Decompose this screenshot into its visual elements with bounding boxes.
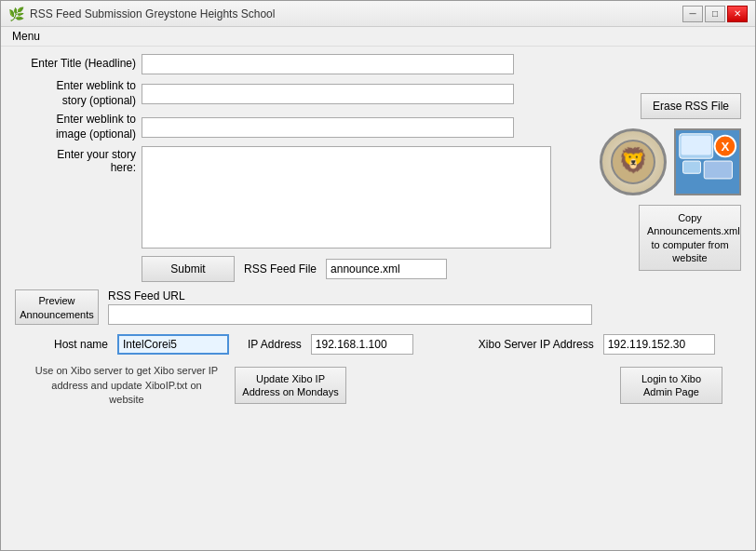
svg-rect-5 [683,161,701,173]
use-description-text: Use on Xibo server to get Xibo server IP… [34,364,220,407]
story-textarea[interactable] [142,146,551,249]
preview-announcements-button[interactable]: PreviewAnnouncements [15,289,99,325]
weblink-story-row: Enter weblink tostory (optional) [15,79,592,108]
story-row: Enter your storyhere: [15,146,592,249]
title-buttons: ─ □ ✕ [682,6,748,22]
weblink-image-input[interactable] [142,117,514,138]
menu-bar: Menu [1,27,755,47]
svg-text:X: X [721,140,729,154]
main-content: Erase RSS File 🦁 [1,47,755,550]
title-bar: 🌿 RSS Feed Submission Greystone Heights … [1,1,755,27]
rss-feed-url-input[interactable] [108,304,592,325]
app-icon: 🌿 [8,7,24,21]
title-label: Enter Title (Headline) [15,57,136,72]
xibo-ip-label: Xibo Server IP Address [479,338,594,351]
title-bar-left: 🌿 RSS Feed Submission Greystone Heights … [8,7,275,21]
minimize-button[interactable]: ─ [682,6,703,22]
svg-rect-6 [704,161,732,179]
weblink-story-input[interactable] [142,84,514,104]
menu-item-menu[interactable]: Menu [8,28,44,45]
title-input[interactable] [142,54,514,74]
svg-text:🦁: 🦁 [618,145,649,175]
griffon-svg: 🦁 [610,139,656,185]
xibo-svg: X [676,128,739,195]
rss-feed-file-input[interactable] [326,259,447,279]
xibo-logo: X [674,128,741,195]
weblink-image-label: Enter weblink toimage (optional) [15,113,136,141]
update-xibo-button[interactable]: Update Xibo IPAddress on Mondays [235,367,346,404]
story-label: Enter your storyhere: [15,146,136,174]
login-xibo-button[interactable]: Login to XiboAdmin Page [620,367,722,404]
weblink-image-row: Enter weblink toimage (optional) [15,113,592,141]
close-button[interactable]: ✕ [727,6,748,22]
right-panel: Erase RSS File 🦁 [600,93,741,271]
window-title: RSS Feed Submission Greystone Heights Sc… [30,7,275,20]
rss-feed-url-label: RSS Feed URL [108,289,741,302]
ip-address-input[interactable] [311,334,413,355]
logos-container: 🦁 X [600,128,741,195]
bottom-actions-row: Use on Xibo server to get Xibo server IP… [15,364,741,407]
login-section: Login to XiboAdmin Page [620,367,722,404]
submit-button[interactable]: Submit [142,256,235,282]
main-window: 🌿 RSS Feed Submission Greystone Heights … [0,0,756,551]
host-name-input[interactable] [117,334,229,355]
rss-feed-file-label: RSS Feed File [244,262,317,276]
svg-rect-4 [682,136,711,155]
erase-rss-button[interactable]: Erase RSS File [641,93,741,119]
preview-row: PreviewAnnouncements RSS Feed URL [15,289,741,325]
restore-button[interactable]: □ [705,6,725,22]
host-name-label: Host name [34,338,108,351]
host-ip-row: Host name IP Address Xibo Server IP Addr… [15,334,741,355]
weblink-story-label: Enter weblink tostory (optional) [15,79,136,108]
griffon-logo: 🦁 [600,128,667,195]
rss-url-section: RSS Feed URL [108,289,741,325]
title-row: Enter Title (Headline) [15,54,592,74]
xibo-ip-input[interactable] [603,334,715,355]
copy-announcements-button[interactable]: Copy Announcements.xml to computer from … [639,205,741,271]
ip-address-label: IP Address [248,338,302,351]
